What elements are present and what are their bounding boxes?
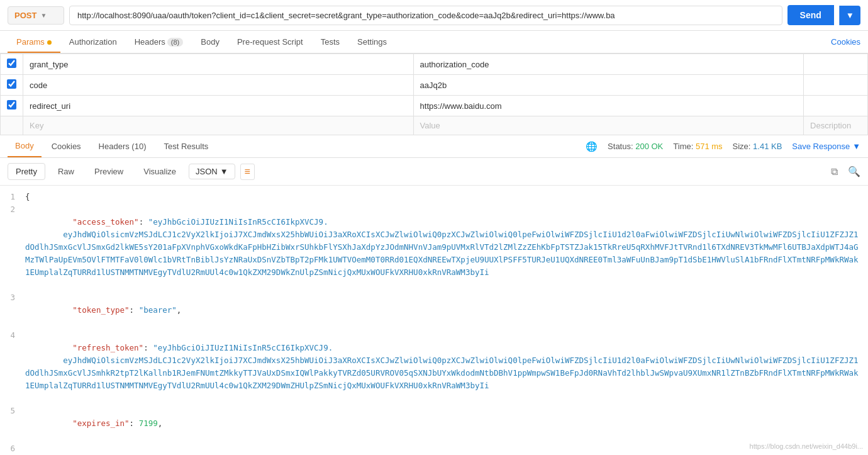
line-content-6: "scope": "ROLE_ADMIN", — [25, 442, 860, 455]
row1-desc — [804, 54, 868, 75]
time-value: 571 ms — [696, 142, 723, 151]
cookies-link[interactable]: Cookies — [831, 31, 860, 53]
resp-tab-body-label: Body — [15, 141, 34, 150]
save-response-label: Save Response — [792, 142, 850, 151]
empty-desc: Description — [804, 116, 868, 135]
row1-checkbox[interactable] — [7, 59, 16, 68]
json-content: 1 { 2 "access_token": "eyJhbGciOiJIUzI1N… — [0, 186, 868, 455]
tab-params-label: Params — [16, 37, 45, 47]
empty-key: Key — [23, 116, 414, 135]
line-num-3: 3 — [0, 291, 25, 329]
tab-params[interactable]: Params — [8, 31, 60, 53]
filter-icon[interactable]: ≡ — [240, 164, 255, 180]
fmt-visualize-label: Visualize — [143, 167, 176, 176]
line-num-2: 2 — [0, 203, 25, 291]
line-num-5: 5 — [0, 405, 25, 442]
globe-icon: 🌐 — [586, 141, 598, 152]
fmt-pretty-label: Pretty — [16, 167, 37, 176]
tab-body-label: Body — [201, 37, 220, 47]
status-value: 200 OK — [635, 142, 663, 151]
json-line-2: 2 "access_token": "eyJhbGciOiJIUzI1NiIsI… — [0, 203, 860, 291]
json-line-1: 1 { — [0, 191, 860, 203]
json-format-select[interactable]: JSON ▼ — [189, 164, 235, 179]
method-chevron-icon: ▼ — [40, 12, 47, 19]
format-bar: Pretty Raw Preview Visualize JSON ▼ ≡ ⧉ … — [0, 158, 868, 186]
checkbox-cell-3 — [1, 96, 23, 116]
line-num-6: 6 — [0, 442, 25, 455]
tab-tests-label: Tests — [321, 37, 340, 47]
params-dot — [47, 40, 52, 45]
method-label: POST — [14, 11, 36, 20]
time-label: Time: 571 ms — [673, 142, 722, 151]
fmt-tab-pretty[interactable]: Pretty — [8, 163, 45, 180]
line-num-4: 4 — [0, 329, 25, 405]
size-label: Size: 1.41 KB — [733, 142, 782, 151]
row3-key: redirect_uri — [23, 96, 414, 116]
url-input[interactable] — [69, 6, 782, 25]
save-response-button[interactable]: Save Response ▼ — [792, 142, 860, 151]
save-response-chevron-icon: ▼ — [852, 142, 860, 151]
tab-authorization[interactable]: Authorization — [60, 31, 126, 53]
resp-tab-test-results-label: Test Results — [164, 142, 208, 151]
request-tabs-row: Params Authorization Headers(8) Body Pre… — [0, 31, 868, 53]
watermark: https://blog.csdn.net/weixin_d44b9i... — [750, 442, 863, 450]
row3-desc — [804, 96, 868, 116]
row3-value: https://www.baidu.com — [413, 96, 804, 116]
line-content-1: { — [25, 191, 860, 203]
fmt-raw-label: Raw — [58, 167, 74, 176]
line-content-5: "expires_in": 7199, — [25, 405, 860, 442]
fmt-preview-label: Preview — [94, 167, 123, 176]
top-bar: POST ▼ Send ▼ — [0, 0, 868, 31]
empty-checkbox-cell — [1, 116, 23, 135]
json-line-5: 5 "expires_in": 7199, — [0, 405, 860, 442]
response-status: 🌐 Status: 200 OK Time: 571 ms Size: 1.41… — [586, 141, 860, 152]
headers-badge: (8) — [167, 38, 183, 47]
resp-tab-cookies-label: Cookies — [52, 142, 81, 151]
tab-authorization-label: Authorization — [69, 37, 117, 47]
tab-settings-label: Settings — [357, 37, 387, 47]
tab-tests[interactable]: Tests — [312, 31, 348, 53]
row2-value: aaJq2b — [413, 75, 804, 96]
json-format-label: JSON — [196, 167, 218, 176]
table-row-empty: Key Value Description — [1, 116, 868, 135]
copy-icon[interactable]: ⧉ — [831, 166, 838, 177]
params-table: grant_type authorization_code code aaJq2… — [0, 53, 868, 135]
send-button[interactable]: Send — [787, 5, 834, 25]
fmt-tab-raw[interactable]: Raw — [50, 164, 82, 179]
size-value: 1.41 KB — [753, 142, 782, 151]
checkbox-cell-2 — [1, 75, 23, 96]
fmt-tab-visualize[interactable]: Visualize — [136, 164, 184, 179]
send-dropdown-button[interactable]: ▼ — [839, 6, 860, 25]
row2-desc — [804, 75, 868, 96]
tab-headers-label: Headers — [135, 37, 165, 47]
resp-tab-headers[interactable]: Headers (10) — [91, 136, 154, 157]
resp-tab-test-results[interactable]: Test Results — [156, 136, 216, 157]
line-content-2: "access_token": "eyJhbGciOiJIUzI1NiIsInR… — [25, 203, 860, 291]
line-content-4: "refresh_token": "eyJhbGciOiJIUzI1NiIsIn… — [25, 329, 860, 405]
table-row: code aaJq2b — [1, 75, 868, 96]
empty-value: Value — [413, 116, 804, 135]
json-format-chevron-icon: ▼ — [220, 167, 228, 176]
resp-tab-headers-label: Headers (10) — [99, 142, 147, 151]
line-content-3: "token_type": "bearer", — [25, 291, 860, 329]
json-line-4: 4 "refresh_token": "eyJhbGciOiJIUzI1NiIs… — [0, 329, 860, 405]
row1-value: authorization_code — [413, 54, 804, 75]
resp-tab-cookies[interactable]: Cookies — [44, 136, 89, 157]
row3-checkbox[interactable] — [7, 100, 16, 110]
table-row: redirect_uri https://www.baidu.com — [1, 96, 868, 116]
row2-key: code — [23, 75, 414, 96]
tab-settings[interactable]: Settings — [348, 31, 396, 53]
search-icon[interactable]: 🔍 — [848, 166, 860, 177]
tab-body[interactable]: Body — [192, 31, 228, 53]
row1-key: grant_type — [23, 54, 414, 75]
tab-prerequest[interactable]: Pre-request Script — [228, 31, 312, 53]
line-num-1: 1 — [0, 191, 25, 203]
resp-tab-body[interactable]: Body — [8, 135, 42, 157]
status-label: Status: 200 OK — [608, 142, 663, 151]
row2-checkbox[interactable] — [7, 79, 16, 89]
method-selector[interactable]: POST ▼ — [8, 6, 64, 25]
json-line-6: 6 "scope": "ROLE_ADMIN", — [0, 442, 860, 455]
fmt-tab-preview[interactable]: Preview — [87, 164, 131, 179]
tab-headers[interactable]: Headers(8) — [126, 31, 192, 53]
response-tabs-row: Body Cookies Headers (10) Test Results 🌐… — [0, 135, 868, 158]
